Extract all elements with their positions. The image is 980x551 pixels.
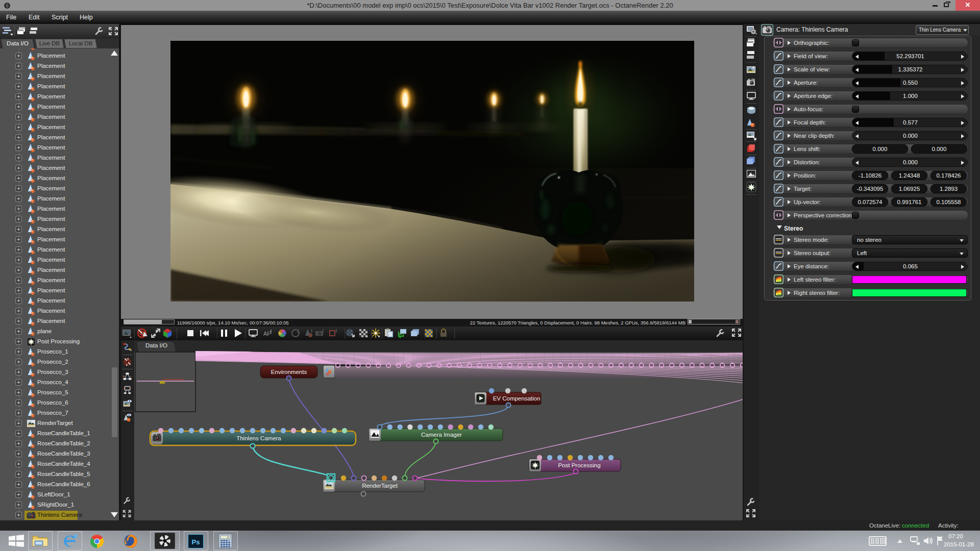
svg-text:Thinlens Camera: Thinlens Camera (236, 435, 281, 441)
svg-text:EV Compensation: EV Compensation (493, 395, 541, 402)
svg-text:Environments: Environments (271, 369, 307, 375)
svg-text:Post Processing: Post Processing (558, 462, 600, 468)
svg-text:RenderTarget: RenderTarget (362, 483, 398, 489)
svg-text:Ps: Ps (192, 538, 200, 546)
svg-text:Camera Imager: Camera Imager (421, 432, 462, 438)
svg-text:AF: AF (263, 331, 271, 337)
svg-text:0: 0 (227, 536, 229, 539)
